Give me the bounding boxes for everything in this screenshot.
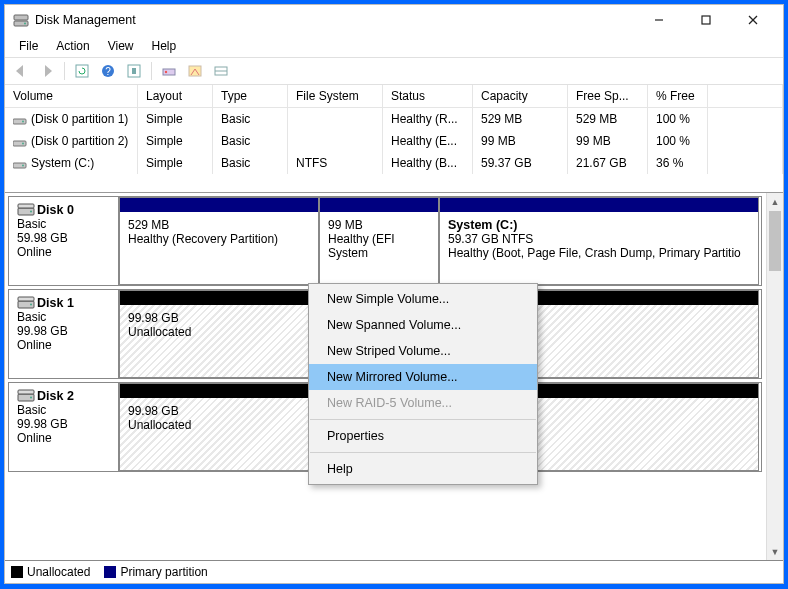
volume-list-header: Volume Layout Type File System Status Ca… [5,85,783,108]
svg-point-25 [30,211,32,213]
svg-rect-1 [14,15,28,20]
scroll-thumb[interactable] [769,211,781,271]
settings-icon[interactable] [122,60,146,82]
context-item[interactable]: New Mirrored Volume... [309,364,537,390]
toolbar: ? [5,57,783,85]
tool-icon-3[interactable] [209,60,233,82]
window-title: Disk Management [35,13,636,27]
svg-rect-11 [132,68,136,74]
context-item[interactable]: Help [309,456,537,482]
table-row[interactable]: System (C:)SimpleBasicNTFSHealthy (B...5… [5,152,783,174]
tool-icon-2[interactable] [183,60,207,82]
scroll-up-icon[interactable]: ▲ [767,193,783,210]
svg-point-22 [22,164,24,166]
close-button[interactable] [730,6,775,34]
table-row[interactable]: (Disk 0 partition 2)SimpleBasicHealthy (… [5,130,783,152]
menu-view[interactable]: View [100,37,142,55]
context-item[interactable]: New Striped Volume... [309,338,537,364]
tool-icon-1[interactable] [157,60,181,82]
app-icon [13,12,29,28]
volume-list[interactable]: (Disk 0 partition 1)SimpleBasicHealthy (… [5,108,783,174]
col-free[interactable]: Free Sp... [568,85,648,107]
disk-info[interactable]: Disk 2 Basic 99.98 GB Online [9,383,119,471]
disk-info[interactable]: Disk 0 Basic 59.98 GB Online [9,197,119,285]
svg-point-31 [30,397,32,399]
svg-point-18 [22,120,24,122]
svg-rect-17 [13,119,26,124]
col-status[interactable]: Status [383,85,473,107]
svg-point-20 [22,142,24,144]
maximize-button[interactable] [683,6,728,34]
col-capacity[interactable]: Capacity [473,85,568,107]
svg-point-2 [24,23,26,25]
table-row[interactable]: (Disk 0 partition 1)SimpleBasicHealthy (… [5,108,783,130]
col-type[interactable]: Type [213,85,288,107]
legend: Unallocated Primary partition [5,560,783,583]
context-item[interactable]: New Spanned Volume... [309,312,537,338]
disk-info[interactable]: Disk 1 Basic 99.98 GB Online [9,290,119,378]
help-icon[interactable]: ? [96,60,120,82]
col-layout[interactable]: Layout [138,85,213,107]
svg-rect-24 [18,204,34,208]
context-menu: New Simple Volume...New Spanned Volume..… [308,283,538,485]
svg-text:?: ? [105,66,111,77]
forward-button[interactable] [35,60,59,82]
legend-primary: Primary partition [104,565,207,579]
vertical-scrollbar[interactable]: ▲ ▼ [766,193,783,560]
col-fs[interactable]: File System [288,85,383,107]
col-pct[interactable]: % Free [648,85,708,107]
refresh-icon[interactable] [70,60,94,82]
minimize-button[interactable] [636,6,681,34]
menu-action[interactable]: Action [48,37,97,55]
graphical-view: Disk 0 Basic 59.98 GB Online529 MB Healt… [5,192,783,560]
back-button[interactable] [9,60,33,82]
menu-bar: File Action View Help [5,35,783,57]
partition[interactable]: 99 MB Healthy (EFI System [319,197,439,285]
partition[interactable]: 529 MB Healthy (Recovery Partition) [119,197,319,285]
context-item: New RAID-5 Volume... [309,390,537,416]
svg-rect-30 [18,390,34,394]
menu-help[interactable]: Help [144,37,185,55]
disk-management-window: Disk Management File Action View Help ? … [4,4,784,584]
col-spare[interactable] [708,85,783,107]
svg-rect-4 [702,16,710,24]
col-volume[interactable]: Volume [5,85,138,107]
disk-row: Disk 0 Basic 59.98 GB Online529 MB Healt… [8,196,762,286]
context-item[interactable]: Properties [309,423,537,449]
legend-unallocated: Unallocated [11,565,90,579]
svg-rect-19 [13,141,26,146]
svg-rect-21 [13,163,26,168]
partition[interactable]: System (C:) 59.37 GB NTFS Healthy (Boot,… [439,197,759,285]
context-item[interactable]: New Simple Volume... [309,286,537,312]
svg-point-28 [30,304,32,306]
menu-file[interactable]: File [11,37,46,55]
title-bar[interactable]: Disk Management [5,5,783,35]
svg-rect-27 [18,297,34,301]
svg-point-13 [165,71,167,73]
svg-rect-7 [76,65,88,77]
scroll-down-icon[interactable]: ▼ [767,543,783,560]
